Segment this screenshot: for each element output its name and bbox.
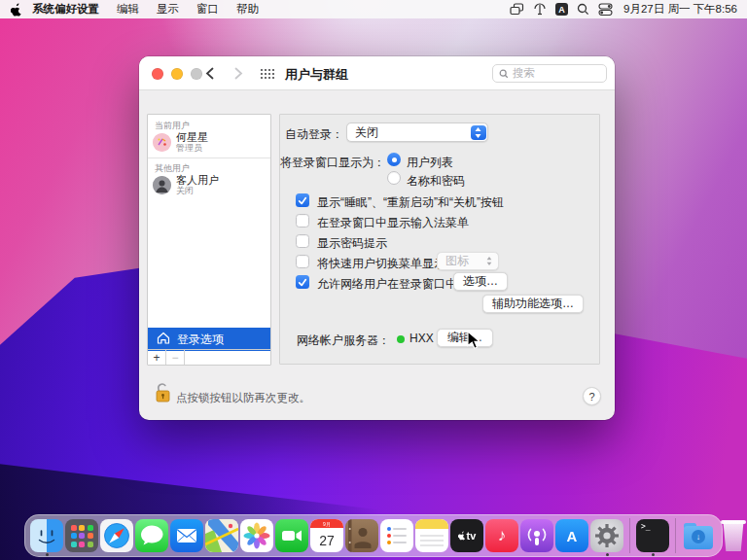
dock-icon-music[interactable]: ♪ [485,519,518,552]
user-list-sidebar: 当前用户 何星星 管理员 其他用户 客人用户 关闭 [147,114,271,366]
login-options-label: 登录选项 [177,332,224,348]
sidebar-divider [148,158,270,158]
screen-mirroring-icon[interactable] [510,3,524,16]
fast-switch-style-popup: 图标 [437,252,499,270]
checkbox-password-hints[interactable] [296,234,309,248]
checkbox-show-sleep-buttons[interactable] [296,193,309,207]
search-icon [499,65,509,83]
dock-icon-podcasts[interactable] [520,519,553,552]
users-groups-window: 用户与群组 搜索 当前用户 何星星 管理员 其他用户 [139,56,615,420]
control-center-icon[interactable] [598,3,613,16]
menubar-app-name[interactable]: 系统偏好设置 [32,2,99,17]
dock-icon-terminal[interactable]: >_ [636,519,669,552]
dock-icon-launchpad[interactable] [65,519,98,552]
minimize-button[interactable] [171,68,183,80]
traffic-lights [152,68,202,80]
show-all-icon[interactable] [260,66,275,84]
menu-window[interactable]: 窗口 [196,2,219,17]
menu-view[interactable]: 显示 [157,2,179,17]
checkbox-password-hints-label: 显示密码提示 [317,235,387,252]
sidebar-item-guest-user[interactable]: 客人用户 关闭 [153,174,219,195]
dock-icon-trash[interactable] [717,519,747,552]
accessibility-options-button[interactable]: 辅助功能选项… [482,295,584,313]
search-input[interactable]: 搜索 [492,64,607,83]
download-arrow-icon: ↓ [692,530,705,543]
dock-icon-app-store[interactable]: A [555,519,588,552]
spotlight-icon[interactable] [577,3,589,16]
edit-server-button[interactable]: 编辑… [437,329,493,347]
dock-separator [675,518,676,553]
user-avatar [153,133,171,152]
dock-icon-facetime[interactable] [275,519,308,552]
popup-stepper-disabled-icon [481,255,497,268]
radio-user-list[interactable] [387,153,401,166]
remove-user-button[interactable]: − [166,350,185,365]
window-titlebar[interactable]: 用户与群组 搜索 [139,56,615,90]
network-status-dot [397,335,405,343]
radio-name-password-label: 名称和密码 [407,173,465,190]
checkbox-fast-user-switching[interactable] [296,255,309,268]
dock-icon-notes[interactable] [415,519,448,552]
fast-switch-style-value: 图标 [445,253,469,269]
back-button[interactable] [200,64,218,82]
lock-icon[interactable] [153,381,174,404]
menu-edit[interactable]: 编辑 [117,2,139,17]
sidebar-item-current-user[interactable]: 何星星 管理员 [153,131,208,153]
dock-icon-photos[interactable] [240,519,273,552]
running-indicator [46,553,49,556]
terminal-prompt-glyph: >_ [641,522,651,531]
auto-login-popup[interactable]: 关闭 [346,122,488,142]
auto-login-label: 自动登录： [280,126,343,143]
dock-icon-messages[interactable] [135,519,168,552]
lock-hint-text: 点按锁按钮以防再次更改。 [176,391,310,405]
calendar-day-label: 27 [310,528,343,552]
dock-icon-system-preferences[interactable] [590,519,623,552]
auto-login-value: 关闭 [355,124,378,141]
wifi-antenna-icon[interactable] [533,3,547,16]
network-server-value: HXX [409,332,434,345]
forward-button[interactable] [230,64,247,82]
menubar-clock[interactable]: 9月27日 周一 下午8:56 [623,2,737,17]
dock-icon-safari[interactable] [100,519,133,552]
sidebar-add-remove-bar: + − [148,349,270,365]
tv-label: tv [467,530,477,542]
dock-icon-reminders[interactable] [380,519,413,552]
home-icon [157,331,170,348]
menu-bar: 系统偏好设置 编辑 显示 窗口 帮助 A 9月27日 周一 下午8:56 [0,0,747,18]
running-indicator [652,553,655,556]
checkbox-input-menu[interactable] [296,214,309,228]
popup-stepper-icon [471,125,486,140]
network-server-label: 网络帐户服务器： [280,332,390,349]
dock-icon-downloads[interactable]: ↓ [682,519,715,552]
dock-icon-contacts[interactable] [345,519,378,552]
dock-separator [629,518,630,553]
current-user-role: 管理员 [176,143,208,153]
login-options-panel: 自动登录： 关闭 将登录窗口显示为： 用户列表 名称和密码 显示“睡眠”、“重新… [279,114,600,365]
add-user-button[interactable]: + [148,350,166,365]
menu-help[interactable]: 帮助 [236,2,259,17]
dock-icon-calendar[interactable]: 9月 27 [310,519,343,552]
checkbox-network-users[interactable] [296,275,309,289]
running-indicator [606,553,609,556]
help-button[interactable]: ? [583,387,601,405]
input-source-icon[interactable]: A [555,3,568,16]
window-title: 用户与群组 [285,66,348,84]
dock-icon-maps[interactable] [205,519,238,552]
dock-icon-mail[interactable] [170,519,203,552]
music-note-glyph: ♪ [498,526,507,545]
radio-name-password[interactable] [387,171,401,185]
search-placeholder: 搜索 [513,66,535,81]
apple-menu-icon[interactable] [11,3,22,17]
screen: 系统偏好设置 编辑 显示 窗口 帮助 A 9月27日 周一 下午8:56 [0,0,747,560]
guest-avatar [153,176,171,194]
dock-icon-apple-tv[interactable]: tv [450,519,483,552]
dock-icon-finder[interactable] [30,519,63,552]
display-as-label: 将登录窗口显示为： [280,155,385,171]
options-button[interactable]: 选项… [453,272,508,291]
guest-user-status: 关闭 [176,186,219,195]
mouse-cursor [467,331,480,354]
sidebar-item-login-options[interactable]: 登录选项 [148,328,270,351]
checkbox-input-menu-label: 在登录窗口中显示输入法菜单 [317,215,469,231]
close-button[interactable] [152,68,163,80]
current-user-name: 何星星 [176,131,208,143]
